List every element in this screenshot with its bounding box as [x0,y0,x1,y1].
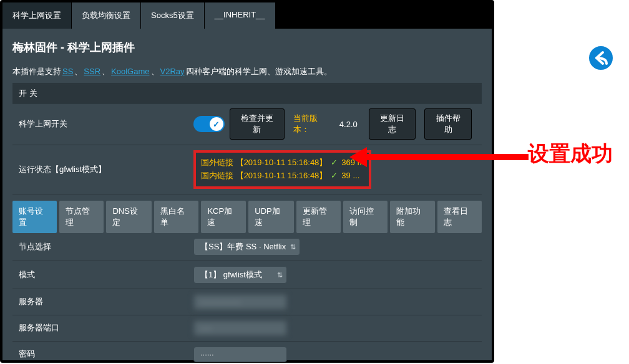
check-update-button[interactable]: 检查并更新 [230,108,285,140]
annotation-text: 设置成功 [528,140,613,168]
chevron-updown-icon: ⇅ [290,242,296,251]
annotation-arrow [349,147,529,167]
runtime-label: 运行状态【gfwlist模式】 [12,145,187,194]
password-input[interactable]: ······ [193,347,287,362]
node-select-label: 节点选择 [19,241,193,252]
chevron-updown-icon: ⇅ [277,271,283,279]
node-select[interactable]: 【SS】年费 SS · Netflix⇅ [193,238,300,256]
tab-loadbalance[interactable]: 负载均衡设置 [72,2,141,29]
subtab-bar: 账号设置 节点管理 DNS设定 黑白名单 KCP加速 UDP加速 更新管理 访问… [12,201,482,233]
subtab-udp[interactable]: UDP加速 [248,201,294,233]
subtab-nodes[interactable]: 节点管理 [59,201,104,233]
link-ss[interactable]: SS [62,67,73,76]
status-box: 国外链接 【2019-10-11 15:16:48】✓369 m 国内链接 【2… [193,150,371,189]
server-label: 服务器 [19,296,193,307]
status-domestic: 国内链接 【2019-10-11 15:16:48】✓39 ... [201,170,364,183]
tab-inherit[interactable]: __INHERIT__ [205,2,276,29]
subtab-logs[interactable]: 查看日志 [437,201,482,233]
subtab-acl[interactable]: 访问控制 [343,201,388,233]
port-label: 服务器端口 [19,322,193,333]
subtab-kcp[interactable]: KCP加速 [201,201,246,233]
subtab-update[interactable]: 更新管理 [296,201,341,233]
switch-label: 科学上网开关 [12,103,187,145]
subtab-account[interactable]: 账号设置 [12,201,57,233]
version-value: 4.2.0 [339,120,358,129]
subtab-bwlist[interactable]: 黑白名单 [154,201,198,233]
page-title: 梅林固件 - 科学上网插件 [12,40,482,55]
check-icon: ✓ [213,120,220,129]
password-label: 密码 [19,348,193,360]
check-icon: ✓ [331,158,338,167]
mode-label: 模式 [19,269,193,280]
link-v2ray[interactable]: V2Ray [160,67,185,76]
status-foreign: 国外链接 【2019-10-11 15:16:48】✓369 m [201,156,364,170]
changelog-button[interactable]: 更新日志 [369,108,416,140]
tab-proxy-settings[interactable]: 科学上网设置 [2,2,72,29]
mode-select[interactable]: 【1】 gfwlist模式⇅ [193,266,287,284]
proxy-toggle[interactable]: ✓ [193,116,225,132]
server-input[interactable]: ·················· [193,294,287,310]
port-input[interactable]: ····· [193,320,287,336]
help-back-icon[interactable] [588,45,614,71]
link-ssr[interactable]: SSR [84,67,100,76]
subtab-extra[interactable]: 附加功能 [390,201,434,233]
section-switch-header: 开 关 [12,84,482,103]
check-icon: ✓ [331,171,338,180]
plugin-help-button[interactable]: 插件帮助 [424,108,472,140]
version-label: 当前版本： [293,113,332,135]
tab-socks5[interactable]: Socks5设置 [141,2,205,29]
subtab-dns[interactable]: DNS设定 [106,201,152,233]
description: 本插件是支持SS、SSR、KoolGame、V2Ray四种客户端的科学上网、游戏… [12,66,482,77]
link-koolgame[interactable]: KoolGame [111,67,149,76]
top-tabbar: 科学上网设置 负载均衡设置 Socks5设置 __INHERIT__ [2,2,492,29]
